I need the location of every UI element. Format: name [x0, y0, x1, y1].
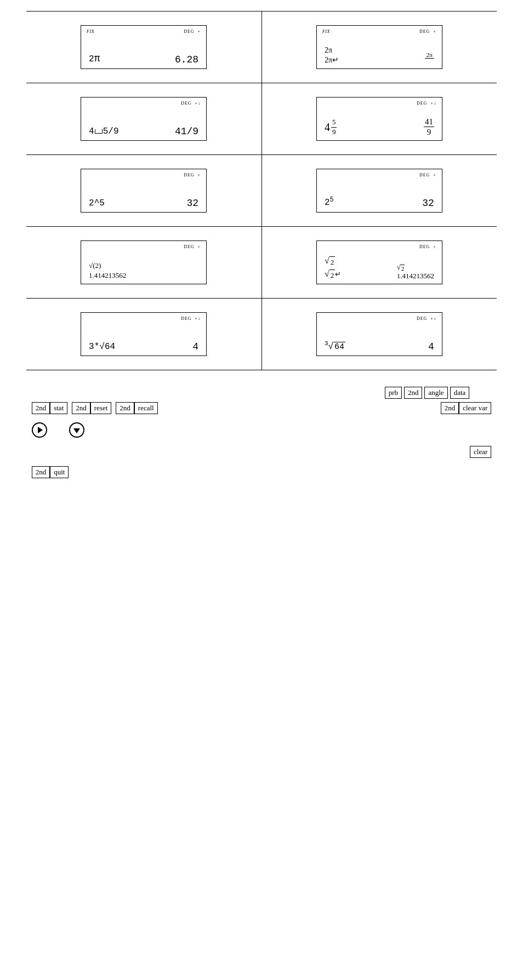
icon-row: [32, 422, 492, 438]
display-result-pi-left: 6.28: [175, 54, 198, 65]
frac-den: 9: [331, 128, 337, 137]
display-result-frac-right: 41 9: [424, 117, 434, 137]
sqrt-left-input-wrap: √(2) 1.414213562: [89, 261, 126, 280]
calc-cell-frac-right: DEG +↓ 4 5 9 41 9: [262, 83, 497, 154]
display-content-cbrt-left: 3*√64 4: [87, 341, 201, 352]
quit-button[interactable]: quit: [50, 466, 69, 478]
display-content-exp-left: 2^5 32: [87, 198, 201, 209]
display-content-exp-right: 25 32: [322, 196, 436, 209]
reset-button[interactable]: reset: [90, 402, 112, 414]
display-top-frac-right: DEG +↓: [322, 101, 436, 106]
display-content-sqrt-right: √2 √2↵ √2 1.414213562: [322, 254, 436, 280]
clear-row: clear: [32, 446, 492, 458]
display-fix-label-r: FIX: [322, 29, 330, 34]
display-input-frac-left: 4⌴5/9: [89, 127, 118, 137]
display-deg-frac-right: DEG +↓: [417, 101, 436, 106]
bottom-section: prb 2nd angle data 2nd stat 2nd reset 2n…: [26, 387, 497, 478]
display-input-cbrt-right: 3√64: [325, 340, 345, 352]
display-top-cbrt-left: DEG +↓: [87, 316, 201, 321]
calc-display-frac-left: DEG +↓ 4⌴5/9 41/9: [81, 97, 207, 141]
clear-button[interactable]: clear: [470, 446, 491, 458]
display-deg-cbrt-left: DEG +↓: [181, 316, 201, 321]
quit-row: 2nd quit: [32, 466, 492, 478]
display-input-pi-right-wrap: 2π 2π↵: [325, 45, 339, 65]
display-result-exp-right: 32: [422, 198, 434, 209]
display-content-pi-left: 2π 6.28: [87, 53, 201, 65]
display-top-sqrt-right: DEG +: [322, 244, 436, 249]
sqrt-right-history: √2↵: [325, 267, 341, 280]
display-content-cbrt-right: 3√64 4: [322, 340, 436, 352]
calc-grid: FIX DEG + 2π 6.28 FIX DEG +: [26, 11, 497, 370]
calc-cell-sqrt-right: DEG + √2 √2↵ √2 1.414213562: [262, 227, 497, 298]
calc-display-cbrt-left: DEG +↓ 3*√64 4: [81, 312, 207, 356]
btn-row-1: prb 2nd angle data: [32, 387, 492, 399]
calc-row-frac: DEG +↓ 4⌴5/9 41/9 DEG +↓: [26, 83, 497, 155]
display-result-exp-left: 32: [186, 198, 198, 209]
calc-row-exp: DEG + 2^5 32 DEG + 25 32: [26, 155, 497, 227]
display-content-sqrt-left: √(2) 1.414213562: [87, 261, 201, 280]
calc-cell-sqrt-left: DEG + √(2) 1.414213562: [26, 227, 262, 298]
calc-cell-cbrt-right: DEG +↓ 3√64 4: [262, 299, 497, 370]
2nd-button-quit[interactable]: 2nd: [32, 466, 50, 478]
btn-row-2: 2nd stat 2nd reset 2nd recall 2nd clear …: [32, 402, 492, 414]
calc-row-pi: FIX DEG + 2π 6.28 FIX DEG +: [26, 12, 497, 83]
mixed-whole: 4: [325, 121, 330, 134]
display-deg-cbrt-right: DEG +↓: [417, 316, 436, 321]
calc-cell-frac-left: DEG +↓ 4⌴5/9 41/9: [26, 83, 262, 154]
display-deg-frac-left: DEG +↓: [181, 101, 201, 106]
result-frac-num: 41: [424, 117, 434, 127]
recall-button[interactable]: recall: [134, 402, 158, 414]
display-input-pi-left: 2π: [89, 53, 100, 65]
display-deg-exp-right: DEG +: [419, 173, 436, 177]
display-input-exp-right: 25: [325, 196, 334, 209]
display-frac-part: 5 9: [331, 118, 337, 137]
play-icon[interactable]: [32, 422, 47, 438]
calc-cell-exp-right: DEG + 25 32: [262, 155, 497, 226]
display-content-frac-left: 4⌴5/9 41/9: [87, 126, 201, 137]
calc-display-exp-left: DEG + 2^5 32: [81, 169, 207, 213]
display-top-pi-left: FIX DEG +: [87, 29, 201, 34]
display-deg-sqrt-right: DEG +: [419, 244, 436, 249]
display-top-exp-left: DEG +: [87, 173, 201, 177]
clear-var-button[interactable]: clear var: [459, 402, 491, 414]
down-icon[interactable]: [69, 422, 84, 438]
angle-button[interactable]: angle: [424, 387, 447, 399]
sqrt-left-result: 1.414213562: [89, 271, 126, 280]
sqrt-right-symbol: √2: [325, 254, 335, 267]
display-top-exp-right: DEG +: [322, 173, 436, 177]
sqrt-right-input-wrap: √2 √2↵: [325, 254, 341, 280]
sqrt-right-result-wrap: √2 1.414213562: [397, 263, 434, 280]
2nd-button-2[interactable]: 2nd: [32, 402, 50, 414]
calc-display-cbrt-right: DEG +↓ 3√64 4: [316, 312, 442, 356]
display-input-cbrt-left: 3*√64: [89, 342, 115, 352]
display-deg-exp-left: DEG +: [184, 173, 201, 177]
display-content-frac-right: 4 5 9 41 9: [322, 117, 436, 137]
calc-cell-pi-right: FIX DEG + 2π 2π↵ 2π: [262, 12, 497, 83]
stat-button[interactable]: stat: [50, 402, 67, 414]
calc-row-sqrt: DEG + √(2) 1.414213562 DEG +: [26, 227, 497, 299]
display-result-frac-left: 41/9: [175, 126, 198, 137]
calc-display-pi-left: FIX DEG + 2π 6.28: [81, 25, 207, 69]
display-deg-sqrt-left: DEG +: [184, 244, 201, 249]
main-container: FIX DEG + 2π 6.28 FIX DEG +: [0, 0, 523, 489]
2nd-button-5[interactable]: 2nd: [441, 402, 459, 414]
display-top-frac-left: DEG +↓: [87, 101, 201, 106]
result-frac-den: 9: [426, 127, 433, 137]
calc-row-cbrt: DEG +↓ 3*√64 4 DEG +↓ 3√: [26, 299, 497, 370]
display-deg-label: DEG +: [184, 29, 201, 34]
data-button[interactable]: data: [450, 387, 470, 399]
pi-result-num: 2π: [425, 51, 434, 59]
frac-num: 5: [331, 118, 337, 128]
calc-display-frac-right: DEG +↓ 4 5 9 41 9: [316, 97, 442, 141]
2nd-button-3[interactable]: 2nd: [72, 402, 90, 414]
sqrt-right-result-val: 1.414213562: [397, 272, 434, 280]
display-top-cbrt-right: DEG +↓: [322, 316, 436, 321]
calc-cell-cbrt-left: DEG +↓ 3*√64 4: [26, 299, 262, 370]
display-input-exp-left: 2^5: [89, 198, 105, 209]
calc-cell-exp-left: DEG + 2^5 32: [26, 155, 262, 226]
prb-button[interactable]: prb: [385, 387, 402, 399]
2nd-button-1[interactable]: 2nd: [404, 387, 423, 399]
calc-display-pi-right: FIX DEG + 2π 2π↵ 2π: [316, 25, 442, 69]
2nd-button-4[interactable]: 2nd: [116, 402, 134, 414]
display-top-sqrt-left: DEG +: [87, 244, 201, 249]
